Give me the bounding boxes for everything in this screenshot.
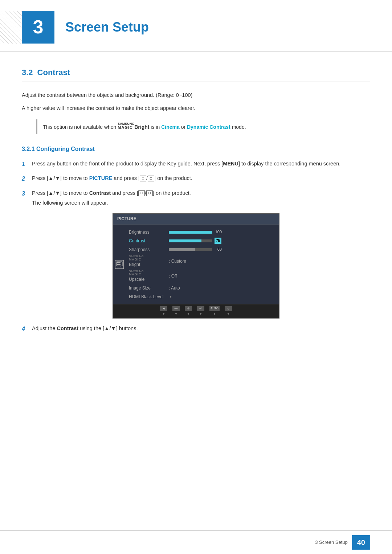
screen-body: Brightness 100 Contrast [113, 225, 279, 304]
btn-left: ◄ ▼ [160, 306, 167, 317]
menu-bar-brightness: 100 [169, 229, 276, 235]
step-3-number: 3 [22, 189, 32, 208]
step-4-text: Adjust the Contrast using the [▲/▼] butt… [32, 324, 370, 334]
note-text-prefix: This option is not available when [43, 124, 118, 130]
menu-row-image-size: Image Size : Auto [129, 284, 276, 292]
subsection-heading: 3.2.1 Configuring Contrast [22, 144, 370, 154]
menu-row-contrast: Contrast 75 [129, 237, 276, 245]
plus-label: ▼ [187, 312, 190, 317]
chapter-header: 3 Screen Setup [0, 0, 392, 52]
step-3: 3 Press [▲/▼] to move to Contrast and pr… [22, 189, 370, 208]
screen-bottom-bar: ◄ ▼ — ▼ ✛ ▼ ↵ ▼ AUTO ▼ ☼ ▼ [113, 304, 279, 319]
screen-sidebar-icon [115, 260, 124, 269]
minus-label: ▼ [175, 312, 177, 317]
brightness-fill [169, 231, 212, 234]
screen-diagram: PICTURE [113, 213, 279, 319]
menu-row-hdmi: HDMI Black Level ▼ [129, 292, 276, 301]
menu-label-hdmi: HDMI Black Level [129, 294, 169, 300]
menu-bar-sharpness: 60 [169, 246, 276, 253]
screen-sidebar [113, 228, 126, 301]
note-text-middle: is in [151, 124, 161, 130]
page-footer: 3 Screen Setup 40 [0, 530, 392, 554]
footer-section-label: 3 Screen Setup [315, 539, 348, 546]
brightness-value: 100 [214, 229, 222, 235]
menu-label-magic-upscale: SAMSUNG MAGICUpscale [129, 270, 169, 283]
menu-row-magic-upscale: SAMSUNG MAGICUpscale : Off [129, 269, 276, 284]
nav-icon-3a: □ [138, 190, 145, 196]
minus-icon: — [172, 306, 180, 311]
step-3-subtext: The following screen will appear. [32, 199, 370, 208]
chapter-number-text: 3 [33, 12, 44, 42]
section-number: 3.2 [22, 66, 33, 79]
steps-list: 1 Press any button on the front of the p… [22, 160, 370, 208]
steps-list-2: 4 Adjust the Contrast using the [▲/▼] bu… [22, 324, 370, 334]
btn-minus: — ▼ [172, 306, 180, 317]
step-3-text: Press [▲/▼] to move to Contrast and pres… [32, 189, 370, 208]
samsung-magic-brand: SAMSUNG MAGIC [118, 122, 134, 130]
step-1-number: 1 [22, 160, 32, 169]
sharpness-bar [169, 248, 212, 251]
sharpness-fill [169, 248, 195, 251]
contrast-keyword: Contrast [89, 190, 111, 196]
enter-icon: ↵ [197, 306, 204, 311]
note-option-cinema: Cinema [161, 124, 180, 130]
chapter-number: 3 [22, 11, 54, 44]
left-icon: ◄ [160, 306, 167, 311]
settings-icon: ☼ [225, 306, 232, 311]
svg-rect-4 [119, 264, 121, 265]
nav-icon-3b: ⊡ [146, 190, 153, 196]
btn-auto: AUTO ▼ [209, 306, 220, 317]
plus-icon: ✛ [185, 306, 192, 311]
menu-row-brightness: Brightness 100 [129, 228, 276, 237]
svg-rect-3 [119, 262, 121, 263]
section-heading: 3.2 Contrast [22, 66, 370, 82]
auto-label: ▼ [213, 312, 216, 317]
nav-icon-2a: □ [140, 176, 146, 181]
contrast-bar [169, 239, 212, 242]
subsection-number: 3.2.1 [22, 146, 35, 152]
step-1-text: Press any button on the front of the pro… [32, 160, 370, 169]
picture-keyword: PICTURE [89, 175, 113, 181]
brand-bright: Bright [134, 124, 149, 130]
btn-settings: ☼ ▼ [225, 306, 232, 317]
menu-keyword: MENU [223, 161, 238, 167]
menu-label-contrast: Contrast [129, 238, 169, 244]
step-4: 4 Adjust the Contrast using the [▲/▼] bu… [22, 324, 370, 334]
enter-label: ▼ [199, 312, 202, 317]
step-1: 1 Press any button on the front of the p… [22, 160, 370, 169]
menu-row-magic-bright: SAMSUNG MAGICBright : Custom [129, 254, 276, 269]
contrast-keyword-4: Contrast [57, 325, 79, 331]
body-paragraph-2: A higher value will increase the contras… [22, 104, 370, 113]
note-text-suffix: mode. [232, 124, 246, 130]
svg-rect-2 [117, 264, 119, 265]
menu-value-magic-upscale: : Off [169, 273, 177, 279]
svg-rect-1 [117, 262, 119, 263]
menu-row-sharpness: Sharpness 60 [129, 245, 276, 254]
step-2-number: 2 [22, 174, 32, 184]
screen-title-bar: PICTURE [113, 214, 279, 225]
btn-plus: ✛ ▼ [185, 306, 192, 317]
brand-bottom: MAGIC [118, 126, 134, 130]
menu-label-sharpness: Sharpness [129, 246, 169, 253]
left-label: ▼ [162, 312, 165, 317]
step-2-text: Press [▲/▼] to move to PICTURE and press… [32, 174, 370, 184]
note-box: This option is not available when SAMSUN… [36, 119, 370, 134]
body-paragraph-1: Adjust the contrast between the objects … [22, 91, 370, 100]
note-text-between: or [181, 124, 187, 130]
screen-menu: Brightness 100 Contrast [126, 228, 279, 301]
section-title: Contrast [37, 66, 70, 79]
page-number: 40 [352, 535, 370, 550]
monitor-icon [116, 261, 123, 268]
sharpness-value: 60 [214, 246, 222, 253]
btn-enter: ↵ ▼ [197, 306, 204, 317]
subsection-title-text: Configuring Contrast [36, 146, 95, 152]
contrast-badge: 75 [215, 238, 221, 244]
step-4-number: 4 [22, 324, 32, 334]
menu-bar-contrast: 75 [169, 238, 276, 244]
main-content: 3.2 Contrast Adjust the contrast between… [0, 55, 392, 368]
menu-value-magic-bright: : Custom [169, 258, 186, 264]
chapter-title: Screen Setup [65, 17, 149, 38]
menu-label-brightness: Brightness [129, 229, 169, 235]
hdmi-arrow: ▼ [169, 294, 172, 299]
contrast-fill [169, 239, 201, 242]
